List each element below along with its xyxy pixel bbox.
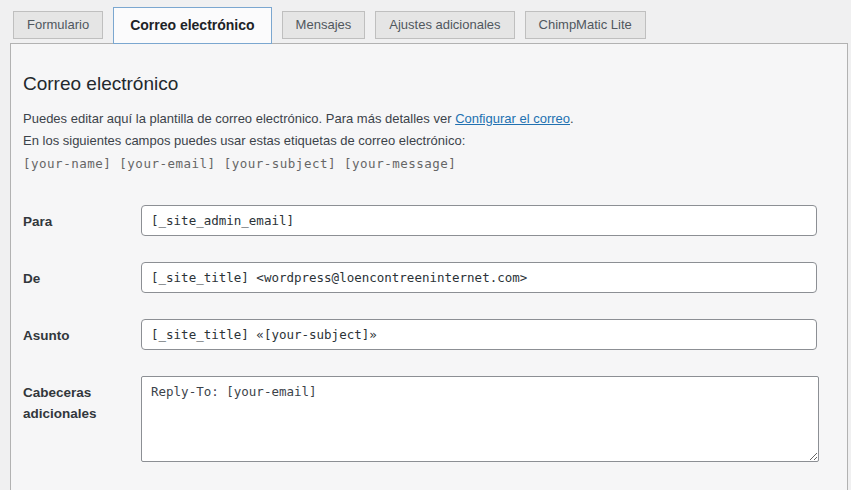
panel-title: Correo electrónico — [23, 72, 835, 96]
intro-text-before-link: Puedes editar aquí la plantilla de corre… — [23, 111, 455, 126]
de-input[interactable] — [141, 262, 817, 293]
field-row-para: Para — [23, 205, 835, 236]
cabeceras-textarea[interactable]: Reply-To: [your-email] — [141, 376, 819, 462]
mail-fields: Para De Asunto Cabeceras adicionales Rep… — [23, 205, 835, 462]
settings-tabbar: Formulario Correo electrónico Mensajes A… — [0, 0, 851, 43]
intro-text: Puedes editar aquí la plantilla de corre… — [23, 108, 835, 130]
cabeceras-label: Cabeceras adicionales — [23, 376, 141, 424]
field-row-de: De — [23, 262, 835, 293]
asunto-label: Asunto — [23, 319, 141, 346]
tab-formulario[interactable]: Formulario — [13, 11, 103, 39]
para-label: Para — [23, 205, 141, 232]
field-row-asunto: Asunto — [23, 319, 835, 350]
mail-tags-list: [your-name] [your-email] [your-subject] … — [23, 153, 835, 175]
tab-mensajes[interactable]: Mensajes — [282, 11, 366, 39]
de-label: De — [23, 262, 141, 289]
asunto-input[interactable] — [141, 319, 817, 350]
mail-settings-panel: Correo electrónico Puedes editar aquí la… — [10, 43, 848, 490]
para-input[interactable] — [141, 205, 817, 236]
mail-tags-hint: En los siguientes campos puedes usar est… — [23, 130, 835, 152]
field-row-cabeceras: Cabeceras adicionales Reply-To: [your-em… — [23, 376, 835, 462]
tab-correo-electronico[interactable]: Correo electrónico — [113, 7, 271, 44]
tab-ajustes-adicionales[interactable]: Ajustes adicionales — [375, 11, 514, 39]
configure-mail-link[interactable]: Configurar el correo — [455, 111, 570, 126]
tab-chimpmatic-lite[interactable]: ChimpMatic Lite — [525, 11, 646, 39]
intro-text-after-link: . — [570, 111, 574, 126]
